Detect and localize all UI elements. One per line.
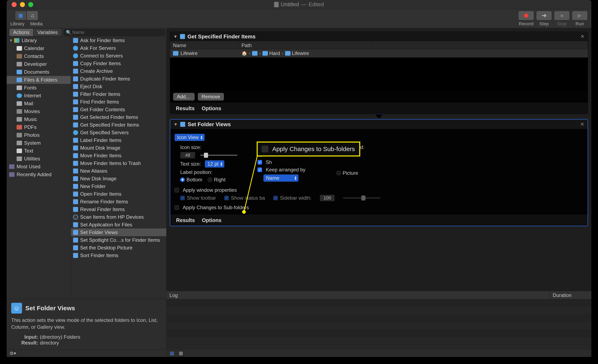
action-item[interactable]: Eject Disk bbox=[71, 83, 166, 90]
grid-view-icon[interactable]: ▦ bbox=[179, 350, 183, 356]
category-utilities[interactable]: Utilities bbox=[7, 155, 71, 163]
results-tab[interactable]: Results bbox=[176, 217, 195, 223]
window-minimize-button[interactable] bbox=[20, 2, 25, 7]
column-header-name[interactable]: Name bbox=[170, 41, 239, 49]
results-tab[interactable]: Results bbox=[176, 105, 195, 112]
action-item[interactable]: Get Selected Finder Items bbox=[71, 113, 166, 121]
action-item[interactable]: Duplicate Finder Items bbox=[71, 75, 166, 83]
action-item[interactable]: Get Folder Contents bbox=[71, 106, 166, 113]
category-text[interactable]: Text bbox=[7, 147, 71, 155]
action-item[interactable]: Reveal Finder Items bbox=[71, 205, 166, 213]
record-icon bbox=[524, 14, 528, 17]
apply-window-properties-checkbox[interactable] bbox=[174, 188, 179, 192]
stop-button[interactable]: ■ bbox=[554, 11, 570, 20]
disclosure-icon[interactable]: ▼ bbox=[173, 34, 178, 39]
remove-action-button[interactable]: ✕ bbox=[580, 121, 584, 127]
category-movies[interactable]: Movies bbox=[7, 107, 71, 115]
movies-icon bbox=[17, 109, 22, 114]
remove-button[interactable]: Remove bbox=[198, 93, 224, 101]
action-item[interactable]: Rename Finder Items bbox=[71, 198, 166, 205]
add-button[interactable]: Add… bbox=[173, 93, 195, 101]
action-list[interactable]: Ask for Finder ItemsAsk For ServersConne… bbox=[71, 37, 166, 299]
category-library[interactable]: ▼Library bbox=[7, 37, 71, 44]
action-item[interactable]: Move Finder Items bbox=[71, 152, 166, 159]
show-statusbar-checkbox[interactable]: ✓ bbox=[224, 196, 229, 200]
column-header-path[interactable]: Path bbox=[239, 41, 372, 49]
action-item[interactable]: New Disk Image bbox=[71, 175, 166, 182]
label-position-bottom-radio[interactable]: Bottom bbox=[180, 177, 202, 183]
action-item[interactable]: Set Folder Views bbox=[71, 228, 166, 236]
action-item[interactable]: Copy Finder Items bbox=[71, 60, 166, 67]
category-most-used[interactable]: Most Used bbox=[7, 163, 71, 170]
category-developer[interactable]: Developer bbox=[7, 60, 71, 68]
duration-column-header[interactable]: Duration bbox=[550, 291, 591, 299]
workflow-action-get-specified-finder-items[interactable]: ▼ Get Specified Finder Items ✕ Name Path… bbox=[170, 32, 588, 114]
action-item[interactable]: Label Finder Items bbox=[71, 136, 166, 144]
action-item[interactable]: Scan Items from HP Devices bbox=[71, 213, 166, 221]
step-button[interactable]: ➔ bbox=[536, 11, 552, 20]
category-photos[interactable]: Photos bbox=[7, 131, 71, 139]
category-files-folders[interactable]: Files & Folders bbox=[7, 76, 71, 84]
category-system[interactable]: System bbox=[7, 139, 71, 147]
action-item[interactable]: Mount Disk Image bbox=[71, 144, 166, 152]
category-pdfs[interactable]: PDFs bbox=[7, 123, 71, 131]
workflow-action-set-folder-views[interactable]: ▼ Set Folder Views ✕ Icon View▲▼ Icon si… bbox=[170, 119, 588, 226]
action-item[interactable]: Ask for Finder Items bbox=[71, 37, 166, 44]
arrange-by-select[interactable]: Name▲▼ bbox=[263, 174, 299, 182]
gear-icon[interactable]: ⚙︎▾ bbox=[9, 351, 16, 356]
category-contacts[interactable]: Contacts bbox=[7, 52, 71, 60]
run-button[interactable]: ▶ bbox=[572, 11, 588, 20]
category-documents[interactable]: Documents bbox=[7, 68, 71, 76]
window-zoom-button[interactable] bbox=[28, 2, 33, 7]
sidebar-width-slider[interactable] bbox=[343, 197, 380, 199]
options-tab[interactable]: Options bbox=[202, 217, 221, 223]
remove-action-button[interactable]: ✕ bbox=[580, 34, 584, 40]
action-icon bbox=[73, 176, 78, 181]
pdf-icon bbox=[17, 125, 22, 129]
action-item[interactable]: Move Finder Items to Trash bbox=[71, 159, 166, 167]
background-picture-radio[interactable]: Picture bbox=[336, 170, 358, 176]
show-info-checkbox[interactable]: ✓ bbox=[257, 160, 262, 165]
text-size-select[interactable]: 12 pt▲▼ bbox=[205, 160, 224, 168]
category-calendar[interactable]: Calendar bbox=[7, 44, 71, 52]
options-tab[interactable]: Options bbox=[202, 105, 221, 112]
toolbar-media-button[interactable]: ♫ bbox=[27, 11, 38, 20]
list-view-icon[interactable]: ▤ bbox=[170, 350, 174, 356]
action-item[interactable]: Get Specified Finder Items bbox=[71, 121, 166, 129]
view-select[interactable]: Icon View▲▼ bbox=[174, 134, 205, 141]
record-button[interactable] bbox=[518, 11, 534, 20]
label-position-right-radio[interactable]: Right bbox=[208, 177, 225, 183]
category-mail[interactable]: Mail bbox=[7, 100, 71, 107]
action-item[interactable]: Ask For Servers bbox=[71, 44, 166, 52]
tab-actions[interactable]: Actions bbox=[9, 28, 33, 36]
toolbar-library-button[interactable]: ▣ bbox=[15, 11, 27, 20]
disclosure-icon[interactable]: ▼ bbox=[174, 122, 178, 127]
action-item[interactable]: Filter Finder Items bbox=[71, 90, 166, 98]
action-item[interactable]: Create Archive bbox=[71, 67, 166, 75]
sidebar-width-checkbox[interactable]: ✓ bbox=[273, 196, 278, 200]
action-item[interactable]: Set the Desktop Picture bbox=[71, 244, 166, 251]
action-item[interactable]: New Folder bbox=[71, 182, 166, 190]
action-item[interactable]: Sort Finder Items bbox=[71, 251, 166, 259]
action-item[interactable]: Open Finder Items bbox=[71, 190, 166, 198]
action-item[interactable]: Find Finder Items bbox=[71, 98, 166, 106]
action-item[interactable]: Connect to Servers bbox=[71, 52, 166, 60]
tab-variables[interactable]: Variables bbox=[33, 28, 62, 36]
category-list[interactable]: ▼Library Calendar Contacts Developer Doc… bbox=[7, 37, 71, 299]
table-row[interactable]: Lifewire 🏠› › Hard› Lifewire bbox=[170, 49, 588, 57]
category-music[interactable]: Music bbox=[7, 115, 71, 123]
apply-subfolders-checkbox[interactable] bbox=[174, 205, 179, 210]
action-item[interactable]: Get Specified Servers bbox=[71, 129, 166, 136]
keep-arranged-checkbox[interactable]: ✓ bbox=[257, 168, 262, 172]
category-recently-added[interactable]: Recently Added bbox=[7, 170, 71, 178]
action-item[interactable]: Set Application for Files bbox=[71, 221, 166, 228]
log-column-header[interactable]: Log bbox=[166, 291, 550, 299]
action-item[interactable]: Set Spotlight Co…s for Finder Items bbox=[71, 236, 166, 244]
category-fonts[interactable]: Fonts bbox=[7, 84, 71, 92]
action-item[interactable]: New Aliases bbox=[71, 167, 166, 175]
window-close-button[interactable] bbox=[12, 2, 17, 7]
icon-size-slider[interactable] bbox=[200, 155, 238, 156]
show-toolbar-checkbox[interactable]: ✓ bbox=[180, 196, 185, 200]
search-input[interactable] bbox=[64, 29, 165, 36]
category-internet[interactable]: Internet bbox=[7, 92, 71, 100]
